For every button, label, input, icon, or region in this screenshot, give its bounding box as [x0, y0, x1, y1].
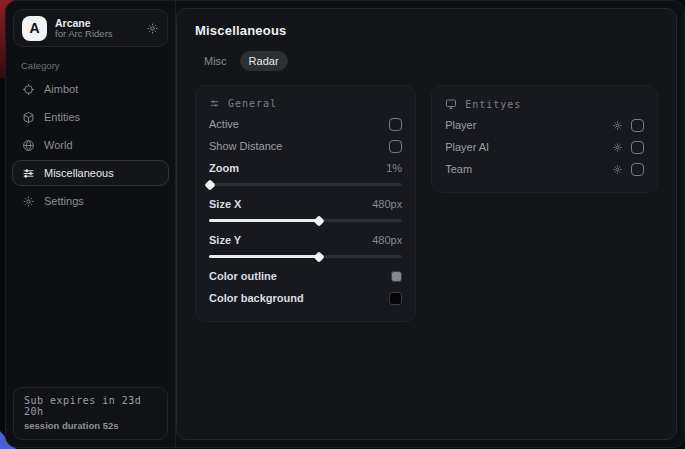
globe-icon	[22, 139, 35, 152]
tab-misc[interactable]: Misc	[195, 51, 236, 71]
player-checkbox[interactable]	[631, 119, 644, 132]
gear-icon	[22, 195, 35, 208]
color-outline-label: Color outline	[209, 270, 277, 282]
page-title: Miscellaneous	[195, 23, 658, 38]
sidebar-item-miscellaneous[interactable]: Miscellaneous	[12, 160, 169, 186]
gear-icon[interactable]	[612, 164, 623, 175]
session-duration-text: session duration 52s	[24, 420, 157, 431]
sidebar-item-world[interactable]: World	[12, 132, 169, 158]
main-panel: Miscellaneous Misc Radar General	[176, 8, 677, 440]
gear-icon[interactable]	[612, 142, 623, 153]
size-y-value: 480px	[372, 234, 402, 246]
size-x-label: Size X	[209, 198, 241, 210]
tab-radar[interactable]: Radar	[240, 51, 288, 71]
player-ai-label: Player AI	[445, 141, 489, 153]
player-ai-row: Player AI	[445, 136, 644, 158]
brand-card: A Arcane for Arc Riders	[13, 9, 168, 47]
desktop: A Arcane for Arc Riders Category	[0, 0, 685, 449]
zoom-slider-thumb[interactable]	[204, 179, 215, 190]
team-row: Team	[445, 158, 644, 180]
sidebar-item-label: Aimbot	[44, 83, 78, 95]
sliders-small-icon	[209, 98, 220, 109]
crosshair-icon	[22, 83, 35, 96]
size-y-slider-thumb[interactable]	[313, 251, 324, 262]
sidebar-item-label: Miscellaneous	[44, 167, 114, 179]
arcane-app-window: A Arcane for Arc Riders Category	[5, 0, 685, 448]
active-checkbox[interactable]	[389, 118, 402, 131]
color-background-row: Color background	[209, 287, 402, 309]
entities-card: Entityes Player	[431, 85, 658, 193]
sidebar: A Arcane for Arc Riders Category	[6, 1, 176, 447]
player-ai-checkbox[interactable]	[631, 141, 644, 154]
size-y-slider[interactable]	[209, 255, 402, 258]
size-y-label: Size Y	[209, 234, 241, 246]
sidebar-nav: Aimbot Entities	[6, 76, 175, 214]
sub-expiry-text: Sub expires in 23d 20h	[24, 395, 157, 417]
color-outline-row: Color outline	[209, 265, 402, 287]
sidebar-item-settings[interactable]: Settings	[12, 188, 169, 214]
sidebar-item-label: Entities	[44, 111, 80, 123]
gear-icon[interactable]	[612, 120, 623, 131]
sidebar-item-entities[interactable]: Entities	[12, 104, 169, 130]
gear-icon[interactable]	[146, 22, 159, 35]
team-checkbox[interactable]	[631, 163, 644, 176]
tab-bar: Misc Radar	[195, 51, 658, 71]
active-row: Active	[209, 113, 402, 135]
show-distance-row: Show Distance	[209, 135, 402, 157]
general-card: General Active Show Distance Zoom 1%	[195, 85, 416, 322]
brand-subtitle: for Arc Riders	[55, 29, 138, 40]
category-label: Category	[21, 60, 175, 71]
color-outline-swatch[interactable]	[391, 271, 402, 282]
general-card-title: General	[228, 98, 277, 109]
size-x-slider-thumb[interactable]	[313, 215, 324, 226]
zoom-slider[interactable]	[209, 183, 402, 186]
size-x-slider[interactable]	[209, 219, 402, 222]
active-label: Active	[209, 118, 239, 130]
color-background-label: Color background	[209, 292, 304, 304]
brand-logo: A	[22, 16, 47, 41]
zoom-row: Zoom 1%	[209, 157, 402, 179]
size-x-value: 480px	[372, 198, 402, 210]
sidebar-item-label: Settings	[44, 195, 84, 207]
size-x-row: Size X 480px	[209, 193, 402, 215]
sliders-icon	[22, 167, 35, 180]
zoom-value: 1%	[386, 162, 402, 174]
entities-card-title: Entityes	[465, 99, 521, 110]
show-distance-checkbox[interactable]	[389, 140, 402, 153]
subscription-info-card: Sub expires in 23d 20h session duration …	[13, 387, 168, 440]
color-background-swatch[interactable]	[389, 292, 402, 305]
cube-icon	[22, 111, 35, 124]
monitor-icon	[445, 98, 457, 110]
sidebar-item-label: World	[44, 139, 73, 151]
brand-name: Arcane	[55, 17, 138, 29]
show-distance-label: Show Distance	[209, 140, 282, 152]
zoom-label: Zoom	[209, 162, 239, 174]
player-label: Player	[445, 119, 476, 131]
size-y-row: Size Y 480px	[209, 229, 402, 251]
player-row: Player	[445, 114, 644, 136]
team-label: Team	[445, 163, 472, 175]
sidebar-item-aimbot[interactable]: Aimbot	[12, 76, 169, 102]
